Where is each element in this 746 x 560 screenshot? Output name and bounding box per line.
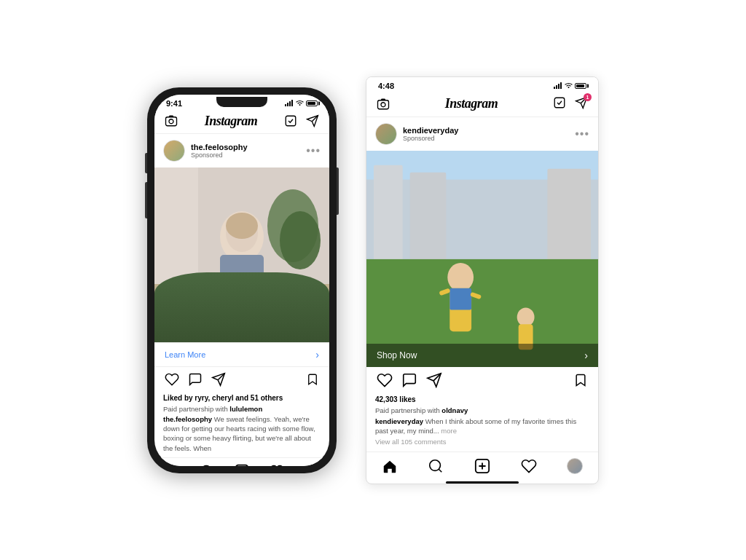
svg-point-11 <box>165 273 231 342</box>
post-info-2: 42,303 likes Paid partnership with oldna… <box>366 393 598 451</box>
svg-point-5 <box>169 119 173 124</box>
send-icon-wrapper: 1 <box>575 96 588 112</box>
activity-icon[interactable] <box>284 114 297 127</box>
wifi-icon <box>296 100 304 106</box>
activity-icon-wrapper <box>553 96 566 112</box>
svg-rect-27 <box>378 100 389 109</box>
ig-header-1: Instagram <box>154 109 329 134</box>
svg-rect-12 <box>154 284 329 342</box>
post-likes-2: 42,303 likes <box>375 395 589 405</box>
share-icon-1[interactable] <box>211 372 226 387</box>
shop-now-bar[interactable]: Shop Now › <box>366 344 598 367</box>
svg-rect-6 <box>286 116 296 126</box>
battery-icon-2 <box>575 83 586 89</box>
svg-line-44 <box>439 469 442 472</box>
post-username-2[interactable]: kendieveryday <box>403 126 458 135</box>
shop-now-text[interactable]: Shop Now <box>377 350 417 360</box>
svg-point-10 <box>280 211 321 269</box>
svg-point-43 <box>430 460 441 470</box>
svg-rect-19 <box>236 465 248 466</box>
svg-rect-0 <box>285 104 286 106</box>
nav-profile-avatar-2[interactable] <box>567 458 583 474</box>
bookmark-icon-2[interactable] <box>573 372 588 388</box>
svg-point-16 <box>226 213 258 239</box>
post-partnership-2: Paid partnership with oldnavy <box>375 406 589 415</box>
nav-heart-1[interactable] <box>270 464 284 466</box>
volume-up-button <box>145 153 147 173</box>
camera-icon-2[interactable] <box>377 98 390 111</box>
svg-rect-29 <box>554 98 565 108</box>
post-more-2[interactable]: ••• <box>575 128 589 140</box>
post-more-1[interactable]: ••• <box>306 145 321 157</box>
post-image-2: Shop Now › <box>366 151 598 368</box>
status-time-1: 9:41 <box>166 99 182 108</box>
wifi-icon-2 <box>565 82 573 89</box>
ig-header-icons-2: 1 <box>553 96 588 112</box>
post-header-1: the.feelosophy Sponsored ••• <box>154 134 329 167</box>
nav-search-1[interactable] <box>200 464 214 466</box>
status-icons-2 <box>554 82 586 89</box>
learn-more-text[interactable]: Learn More <box>165 350 205 359</box>
send-icon[interactable] <box>306 114 319 127</box>
phone-2: 4:48 <box>366 76 599 484</box>
avatar-img-1 <box>164 141 184 161</box>
nav-search-2[interactable] <box>428 458 444 474</box>
heart-icon-2[interactable] <box>377 372 393 388</box>
nav-profile-1[interactable] <box>305 464 319 466</box>
post-header-left-1: the.feelosophy Sponsored <box>163 140 248 162</box>
send-badge: 1 <box>584 93 592 101</box>
svg-rect-8 <box>154 167 198 299</box>
status-time-2: 4:48 <box>378 82 394 90</box>
learn-more-arrow: › <box>315 349 319 360</box>
learn-more-bar[interactable]: Learn More › <box>154 342 329 367</box>
heart-icon-1[interactable] <box>165 372 179 387</box>
nav-heart-2[interactable] <box>521 458 537 474</box>
partnership-brand-2[interactable]: oldnavy <box>441 406 468 414</box>
photo1-svg <box>154 167 329 342</box>
post-caption-1: the.feelosophy We sweat feelings. Yeah, … <box>163 414 321 453</box>
post-username-1[interactable]: the.feelosophy <box>191 143 248 151</box>
camera-icon[interactable] <box>165 114 178 127</box>
caption-more-2[interactable]: more <box>441 427 457 435</box>
home-indicator-2 <box>446 481 519 484</box>
avatar-2[interactable] <box>375 123 397 145</box>
svg-rect-23 <box>554 87 555 89</box>
svg-point-36 <box>447 262 474 291</box>
nav-bar-2 <box>366 451 598 478</box>
signal-icon-2 <box>554 82 562 89</box>
svg-rect-33 <box>410 172 447 266</box>
svg-rect-26 <box>560 82 562 89</box>
activity-icon-2[interactable] <box>553 96 566 109</box>
post-header-2: kendieveryday Sponsored ••• <box>366 117 598 151</box>
comment-icon-2[interactable] <box>401 372 417 388</box>
svg-rect-32 <box>374 165 403 266</box>
svg-rect-25 <box>558 84 560 89</box>
avatar-1[interactable] <box>163 140 185 162</box>
photo2-svg <box>366 151 598 368</box>
nav-home-1[interactable] <box>165 464 179 466</box>
ig-logo-2: Instagram <box>445 96 498 111</box>
comment-icon-1[interactable] <box>188 372 203 387</box>
signal-icon <box>285 100 294 106</box>
svg-rect-24 <box>556 85 557 89</box>
nav-home-2[interactable] <box>382 458 398 474</box>
nav-add-2[interactable] <box>474 458 490 474</box>
nav-add-1[interactable] <box>235 464 249 466</box>
ig-header-icons-1 <box>284 114 319 127</box>
view-comments-2[interactable]: View all 105 comments <box>375 437 589 446</box>
action-icons-left-2 <box>377 372 442 388</box>
caption-user-2[interactable]: kendieveryday <box>375 417 423 425</box>
action-icons-left-1 <box>165 372 226 387</box>
bookmark-icon-1[interactable] <box>306 372 319 387</box>
post-partnership-1: Paid partnership with lululemon <box>163 404 321 414</box>
shop-now-arrow: › <box>584 350 588 361</box>
partnership-brand-1[interactable]: lululemon <box>229 405 262 413</box>
post-caption-2: kendieveryday When I think about some of… <box>375 417 589 436</box>
status-icons-1 <box>285 100 318 106</box>
caption-user-1[interactable]: the.feelosophy <box>163 415 212 423</box>
svg-rect-2 <box>289 101 291 106</box>
post-header-left-2: kendieveryday Sponsored <box>375 123 458 145</box>
post-likes-1: Liked by ryry, cheryl and 51 others <box>163 393 321 403</box>
share-icon-2[interactable] <box>426 372 442 388</box>
post-image-1 <box>154 167 329 342</box>
